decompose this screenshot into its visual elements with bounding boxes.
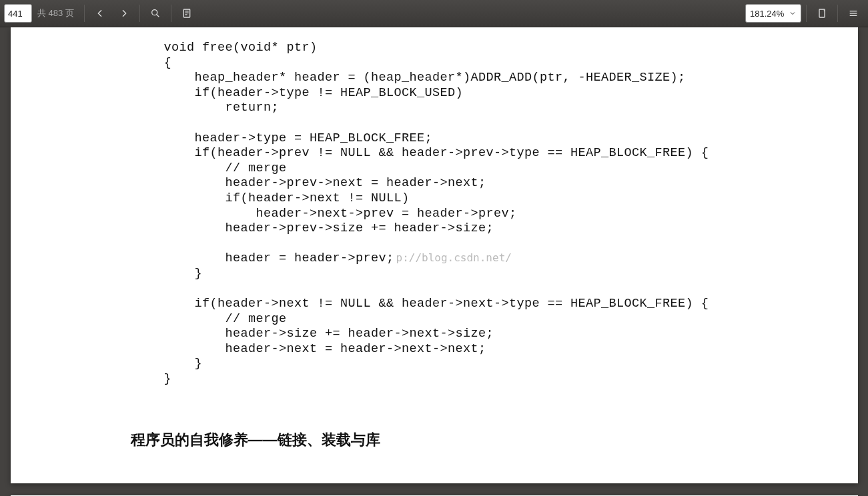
note-icon [181,8,192,19]
zoom-value: 181.24% [750,9,785,19]
svg-line-1 [157,15,159,17]
chevron-right-icon [119,8,129,19]
annotations-button[interactable] [176,3,197,23]
book-title: 程序员的自我修养——链接、装载与库 [131,430,738,450]
toolbar: 共 483 页 181.24% [0,0,868,27]
page-icon [817,8,827,19]
zoom-select[interactable]: 181.24% [745,4,801,23]
page-total-label: 共 483 页 [35,7,79,19]
page-options-button[interactable] [811,3,833,23]
chevron-down-icon [789,9,797,17]
divider [139,5,140,22]
prev-page-button[interactable] [89,3,111,23]
menu-button[interactable] [843,3,864,23]
svg-point-7 [824,10,825,11]
next-page-button[interactable] [113,3,135,23]
divider [837,5,838,22]
divider [84,5,85,22]
page-number-input[interactable] [4,4,32,23]
chevron-left-icon [95,8,105,19]
divider [171,5,171,22]
divider [806,5,807,22]
search-button[interactable] [145,3,166,23]
svg-point-0 [152,10,157,15]
page: void free(void* ptr) { heap_header* head… [11,27,858,483]
menu-icon [848,8,859,19]
document-viewport[interactable]: void free(void* ptr) { heap_header* head… [0,27,868,496]
search-icon [150,8,161,19]
code-block: void free(void* ptr) { heap_header* head… [164,41,738,387]
